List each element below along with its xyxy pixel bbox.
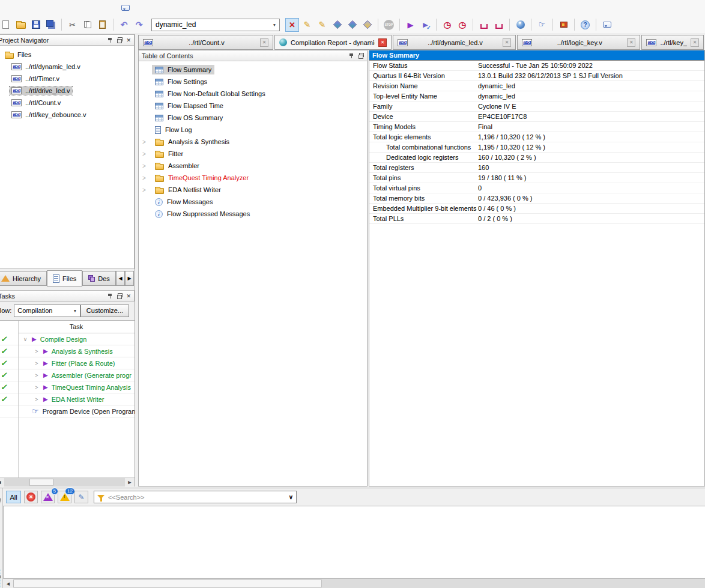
float-icon[interactable]: [358, 53, 364, 59]
toc-item[interactable]: > Fitter: [139, 148, 367, 160]
pin-icon[interactable]: [107, 37, 113, 43]
expand-arrow-icon[interactable]: >: [142, 139, 146, 145]
filter-flag-button[interactable]: [74, 491, 88, 503]
feedback-button[interactable]: [118, 1, 132, 15]
help-button[interactable]: [578, 18, 592, 32]
open-file-button[interactable]: [14, 18, 28, 32]
tab-close-icon[interactable]: [691, 38, 699, 47]
toc-item[interactable]: Flow Elapsed Time: [139, 100, 367, 112]
menu-item[interactable]: [8, 5, 21, 11]
save-button[interactable]: [29, 18, 43, 32]
files-root-row[interactable]: Files: [0, 49, 134, 61]
expand-arrow-icon[interactable]: >: [34, 360, 40, 366]
menu-item[interactable]: [0, 5, 8, 11]
float-icon[interactable]: [116, 37, 123, 43]
expand-arrow-icon[interactable]: >: [34, 372, 40, 378]
close-icon[interactable]: [126, 37, 131, 43]
new-file-button[interactable]: [0, 18, 13, 32]
document-tab[interactable]: ../rtl/dynamic_led.v: [393, 35, 516, 50]
task-row[interactable]: ∨ Compile Design: [0, 333, 135, 345]
chip-editor-button[interactable]: [557, 18, 570, 32]
scroll-left-icon[interactable]: ◄: [0, 478, 4, 486]
toc-item[interactable]: Flow Settings: [139, 76, 367, 88]
filter-all-button[interactable]: All: [6, 491, 21, 503]
task-row[interactable]: > Assembler (Generate progr: [0, 369, 135, 381]
toc-item[interactable]: > Assembler: [139, 160, 367, 172]
undo-button[interactable]: [117, 18, 131, 32]
netlist-viewer-button[interactable]: [477, 18, 491, 32]
task-row[interactable]: > Fitter (Place & Route): [0, 357, 135, 369]
copy-button[interactable]: [80, 18, 94, 32]
assignment-editor-button[interactable]: [315, 18, 329, 32]
programmer-button[interactable]: [535, 18, 549, 32]
tab-close-icon[interactable]: [627, 38, 635, 47]
expand-arrow-icon[interactable]: >: [142, 151, 146, 157]
toc-item[interactable]: > TimeQuest Timing Analyzer: [139, 172, 367, 184]
task-row[interactable]: > TimeQuest Timing Analysis: [0, 381, 135, 393]
settings-button[interactable]: [300, 18, 314, 32]
file-row[interactable]: ../rtl/Timer.v: [0, 73, 134, 85]
toc-item[interactable]: Flow Non-Default Global Settings: [139, 88, 367, 100]
navigator-tab[interactable]: Hierarchy: [0, 271, 47, 286]
start-analysis-button[interactable]: [419, 18, 432, 32]
save-all-button[interactable]: [44, 18, 58, 32]
redo-button[interactable]: [132, 18, 146, 32]
navigator-tab[interactable]: Files: [47, 270, 82, 286]
message-search-input[interactable]: <<Search>>: [94, 491, 297, 503]
compilation-report-button[interactable]: [513, 18, 527, 32]
start-compilation-button[interactable]: [404, 18, 417, 32]
expand-arrow-icon[interactable]: >: [34, 348, 40, 354]
expand-arrow-icon[interactable]: >: [34, 384, 40, 390]
filter-warnings-button[interactable]: 12: [58, 491, 71, 503]
scroll-right-icon[interactable]: ►: [125, 478, 135, 486]
menu-item[interactable]: [47, 5, 61, 11]
tab-close-icon[interactable]: [260, 38, 268, 47]
toc-item[interactable]: > Analysis & Synthesis: [139, 136, 367, 148]
toc-item[interactable]: Flow OS Summary: [139, 112, 367, 124]
file-row[interactable]: ../rtl/Count.v: [0, 97, 134, 109]
expand-arrow-icon[interactable]: >: [142, 175, 146, 181]
timing-analyzer-button[interactable]: [455, 18, 469, 32]
toc-item[interactable]: > EDA Netlist Writer: [139, 184, 367, 196]
document-tab[interactable]: ../rtl/Count.v: [138, 35, 273, 50]
float-icon[interactable]: [0, 499, 1, 503]
file-row[interactable]: ../rtl/dynamic_led.v: [0, 61, 134, 73]
pin-icon[interactable]: [349, 53, 354, 59]
toc-item[interactable]: Flow Messages: [139, 196, 367, 208]
pin-planner-button[interactable]: [330, 18, 344, 32]
messages-horizontal-scrollbar[interactable]: ◄: [3, 578, 705, 588]
expand-arrow-icon[interactable]: >: [142, 187, 146, 193]
comment-button[interactable]: [600, 18, 614, 32]
scrollbar-thumb[interactable]: [29, 479, 53, 486]
stop-compilation-button[interactable]: [382, 18, 396, 32]
tab-close-icon[interactable]: [503, 38, 511, 47]
combobox-dropdown-icon[interactable]: [270, 19, 279, 31]
menu-item[interactable]: [61, 5, 74, 11]
scrollbar-thumb[interactable]: [13, 580, 322, 587]
menu-item[interactable]: [74, 5, 87, 11]
pin-icon[interactable]: [107, 293, 113, 299]
toc-item[interactable]: Flow Suppressed Messages: [139, 208, 367, 220]
cut-button[interactable]: [65, 18, 79, 32]
toc-item[interactable]: Flow Summary: [139, 64, 367, 76]
flow-combobox[interactable]: Compilation: [14, 305, 80, 317]
tab-scroll-right-icon[interactable]: ▶: [125, 271, 134, 286]
expand-arrow-icon[interactable]: >: [142, 163, 146, 169]
rtl-viewer-button[interactable]: [492, 18, 506, 32]
filter-critical-warnings-button[interactable]: 5: [41, 491, 55, 503]
navigator-tab[interactable]: Des: [82, 271, 116, 286]
combobox-dropdown-icon[interactable]: [70, 305, 80, 317]
task-row[interactable]: Program Device (Open Program: [0, 405, 135, 417]
document-tab[interactable]: Compilation Report - dynamic_led: [274, 35, 392, 50]
stop-processing-button[interactable]: [285, 18, 299, 32]
scroll-left-icon[interactable]: ◄: [3, 579, 13, 588]
toc-item[interactable]: Flow Log: [139, 124, 367, 136]
chip-planner-tool-button[interactable]: [360, 18, 374, 32]
document-tab[interactable]: ../rtl/logic_key.v: [517, 35, 640, 50]
menu-item[interactable]: [34, 5, 47, 11]
document-tab[interactable]: ../rtl/key_: [641, 35, 704, 50]
filter-errors-button[interactable]: [24, 491, 38, 503]
float-icon[interactable]: [116, 293, 123, 299]
tab-close-icon[interactable]: [378, 38, 387, 47]
expand-arrow-icon[interactable]: ∨: [22, 336, 28, 342]
